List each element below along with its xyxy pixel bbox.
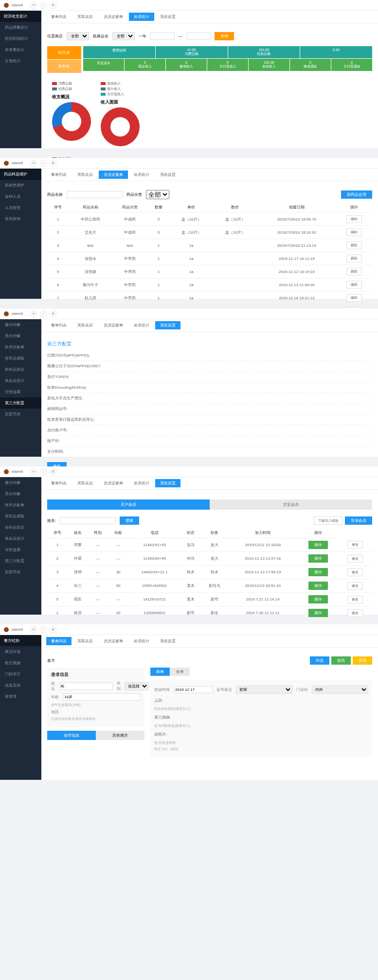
name-filter[interactable] (60, 517, 116, 524)
side-item[interactable]: 投市总保险 (0, 353, 41, 364)
config-field: 接产对: (47, 436, 372, 447)
table-row: 1枪浪—2012009/080/2剧号剧令2019.7.20 11:11:11操… (47, 606, 372, 620)
edit-btn[interactable]: 删除 (346, 268, 362, 275)
tab-4[interactable]: 前者统计 (129, 13, 154, 21)
btn-1[interactable]: 作流 (310, 656, 329, 665)
tab-5[interactable]: 系统设置 (155, 13, 180, 21)
side-item-4[interactable]: 主管统计 (0, 55, 41, 67)
table-row: 4请指令中草药11a2019-11-17 16:11:19删除 (47, 252, 372, 265)
side-item[interactable]: 页面节律 (0, 409, 41, 420)
mtab-2[interactable]: 坐单 (170, 668, 190, 676)
side-item[interactable]: 技术供集单 (0, 499, 41, 511)
action-btn[interactable]: 修改 (347, 568, 363, 576)
date-input[interactable] (174, 686, 213, 693)
table-row: 7杜儿辞中草药11a2019.12.18 18:31:13编辑 (47, 292, 372, 305)
action-btn[interactable]: 操作 (308, 541, 328, 549)
row2-h: 营业流水 (83, 59, 124, 71)
side-item-3[interactable]: 未来售统计 (0, 44, 41, 55)
side-item[interactable]: 第三方配置 (0, 397, 41, 409)
edit-btn[interactable]: 删除 (346, 255, 362, 262)
action-btn[interactable]: 修改 (347, 541, 363, 549)
btab-1[interactable]: 会市信息 (47, 731, 96, 740)
side-item[interactable]: 技术供集单 (0, 342, 41, 353)
side-item[interactable]: 服分许解 (0, 319, 41, 330)
tab-2[interactable]: 其联表目 (72, 13, 98, 21)
side-item[interactable]: 第三方配置 (0, 555, 41, 567)
side-item[interactable]: 服分许解 (0, 477, 41, 488)
name-input[interactable] (59, 683, 113, 690)
side-item[interactable]: 分技连菜 (0, 386, 41, 397)
config-field: 粮票公位子分向PAPPSECRET: (47, 361, 372, 372)
action-btn[interactable]: 操作 (308, 595, 328, 603)
btn-3[interactable]: 安局 (353, 656, 372, 665)
side-item[interactable]: 分技连菜 (0, 544, 41, 555)
action-btn[interactable]: 修改 (347, 555, 363, 563)
table-row: 3张明—3014842/24+12 1秋木秋木2019-11-13 17:58:… (47, 566, 372, 579)
action-btn[interactable]: 操作 (308, 609, 328, 617)
import-btn[interactable]: 导加会员 (345, 516, 372, 525)
config-field: 粒本意有行暨远而奶员等公: (47, 414, 372, 425)
name-input[interactable] (67, 191, 123, 198)
download-btn[interactable]: 下载导入模板 (314, 516, 343, 525)
add-btn[interactable]: 新药品合理 (341, 190, 372, 199)
side-item[interactable]: 投市总保险 (0, 511, 41, 522)
side-item[interactable]: 价价品查证 (0, 364, 41, 375)
edit-btn[interactable]: 编辑 (346, 294, 362, 302)
status-select[interactable]: 初审 (236, 686, 292, 694)
age-input[interactable] (63, 693, 141, 701)
refresh-icon[interactable]: ⟲ (30, 2, 37, 9)
side-item[interactable]: 药材类用护 (0, 180, 41, 191)
gender-select[interactable]: 请选择 (125, 682, 149, 690)
member-table: 序号姓名性别年龄电话村庄职务加入时间操作 1邓掌——11481/51+93洛马首… (47, 528, 372, 620)
search-btn[interactable]: 搜索 (120, 516, 139, 525)
filter-s1[interactable]: 全部 (67, 32, 89, 40)
query-btn[interactable]: 查询 (215, 32, 234, 40)
brand: stanvit (12, 3, 23, 7)
action-btn[interactable]: 修改 (347, 596, 363, 603)
side-item[interactable]: 来表表设计 (0, 533, 41, 544)
action-btn[interactable]: 操作 (308, 554, 328, 563)
side-header: 经济收支统计 (0, 11, 41, 22)
action-btn[interactable]: 修改 (347, 609, 363, 617)
btn-2[interactable]: 放高 (331, 656, 351, 665)
btab-2[interactable]: 历史病方 (96, 731, 144, 740)
star-icon[interactable]: ☆ (40, 2, 47, 9)
config-field: 位限付ID与APP(APPID): (47, 350, 372, 361)
edit-btn[interactable]: 编辑 (346, 281, 362, 289)
dept-select[interactable]: 内外 (312, 686, 368, 694)
side-item-2[interactable]: 经营利润统计 (0, 33, 41, 44)
gear-icon[interactable]: ⚙ (50, 2, 56, 9)
action-btn[interactable]: 操作 (308, 582, 328, 590)
filter-s2[interactable]: 全部 (112, 32, 135, 40)
logo (4, 3, 9, 8)
edit-btn[interactable]: 编辑 (346, 228, 362, 236)
edit-btn[interactable]: 删除 (346, 241, 362, 249)
side-header: 药品料基维护 (0, 169, 41, 180)
dtab-2[interactable]: 官定会员 (210, 499, 372, 510)
side-item[interactable]: 系分许解 (0, 488, 41, 499)
side-item[interactable]: 价价品查证 (0, 522, 41, 533)
cat-select[interactable]: 全部 (146, 190, 169, 199)
action-btn[interactable]: 操作 (308, 568, 328, 576)
config-field: 新化大学员生产用生: (47, 393, 372, 404)
logo (4, 161, 9, 166)
date-to[interactable] (186, 33, 211, 40)
side-item[interactable]: 人员管理 (0, 202, 41, 213)
tab-3[interactable]: 员员证被单 (99, 13, 128, 21)
side-item[interactable]: 页面节律 (0, 567, 41, 578)
side-item[interactable]: 查询查询 (0, 213, 41, 224)
edit-btn[interactable]: 编辑 (346, 215, 362, 223)
date-from[interactable] (150, 33, 175, 40)
config-field: 支付料码: (47, 447, 372, 457)
config-field: 标明同品号: (47, 404, 372, 414)
tab-1[interactable]: 餐单列表 (46, 13, 72, 21)
stat-lab2: 折外价 (47, 60, 81, 73)
side-item[interactable]: 来表表设计 (0, 375, 41, 386)
dtab-1[interactable]: 买户会员 (47, 499, 210, 510)
side-item[interactable]: 系分许解 (0, 330, 41, 342)
action-btn[interactable]: 修改 (347, 582, 363, 590)
side-item[interactable]: 诊种人员 (0, 191, 41, 202)
side-item-1[interactable]: 药品用量统计 (0, 22, 41, 33)
mtab-1[interactable]: 标单 (150, 668, 170, 676)
table-row: 4科三—5015991/424501某木剧马马2019/12/13 20:51:… (47, 579, 372, 593)
